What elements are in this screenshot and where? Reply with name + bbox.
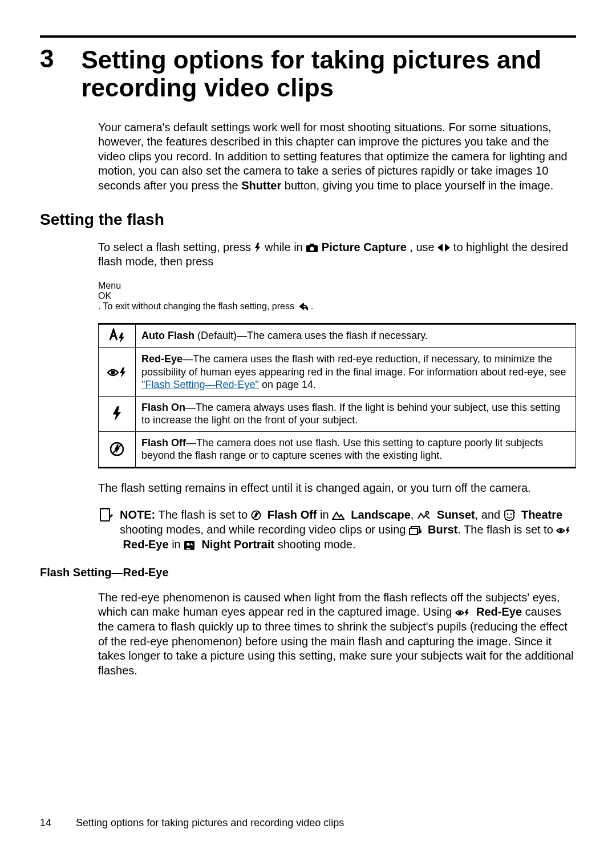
back-arrow-icon	[297, 301, 308, 312]
top-rule	[40, 35, 576, 38]
sunset-icon	[417, 511, 431, 520]
burst-icon	[409, 525, 422, 536]
red-eye-icon	[455, 608, 470, 617]
svg-point-9	[510, 514, 512, 515]
theatre-icon	[504, 510, 515, 521]
flash-on-desc: Flash On—The camera always uses flash. I…	[136, 396, 576, 431]
auto-flash-icon	[108, 328, 126, 344]
svg-point-0	[310, 246, 314, 250]
flash-off-icon	[251, 510, 261, 520]
page-number: 14	[40, 817, 51, 828]
red-eye-desc: Red-Eye—The camera uses the flash with r…	[136, 348, 576, 397]
note-icon	[98, 507, 113, 522]
svg-point-14	[458, 612, 461, 615]
page-footer: 14 Setting options for taking pictures a…	[40, 817, 344, 829]
section-heading-flash: Setting the flash	[40, 211, 576, 229]
flash-off-desc: Flash Off—The camera does not use flash.…	[136, 431, 576, 467]
after-table-note: The flash setting remains in effect unti…	[98, 481, 576, 496]
flash-off-icon	[110, 442, 124, 456]
svg-point-13	[187, 543, 190, 545]
redeye-paragraph: The red-eye phenomenon is caused when li…	[98, 591, 576, 678]
table-row: Red-Eye—The camera uses the flash with r…	[99, 348, 576, 397]
left-right-arrows-icon	[437, 243, 450, 252]
svg-rect-4	[100, 508, 110, 521]
svg-point-8	[506, 514, 508, 515]
flash-on-icon	[111, 406, 123, 421]
flash-settings-table: Auto Flash (Default)—The camera uses the…	[98, 323, 576, 468]
chapter-title: Setting options for taking pictures and …	[81, 46, 576, 102]
landscape-icon	[332, 511, 345, 520]
table-row: Flash On—The camera always uses flash. I…	[99, 396, 576, 431]
chapter-heading: 3 Setting options for taking pictures an…	[40, 46, 576, 102]
red-eye-link[interactable]: "Flash Setting—Red-Eye"	[141, 379, 259, 390]
svg-point-7	[426, 512, 429, 515]
red-eye-icon	[556, 526, 571, 535]
chapter-number: 3	[40, 46, 54, 72]
red-eye-icon	[107, 366, 127, 379]
camera-icon	[306, 243, 318, 253]
table-row: Auto Flash (Default)—The camera uses the…	[99, 324, 576, 348]
flash-instructions: To select a flash setting, press while i…	[98, 240, 576, 269]
flash-icon	[254, 242, 261, 253]
svg-point-11	[560, 529, 562, 532]
auto-flash-desc: Auto Flash (Default)—The camera uses the…	[136, 324, 576, 348]
intro-paragraph: Your camera's default settings work well…	[98, 120, 576, 193]
night-portrait-icon	[184, 540, 195, 551]
svg-rect-10	[410, 528, 418, 535]
subsection-heading-redeye: Flash Setting—Red-Eye	[40, 566, 576, 579]
footer-title: Setting options for taking pictures and …	[76, 817, 344, 828]
svg-point-1	[111, 370, 115, 374]
table-row: Flash Off—The camera does not use flash.…	[99, 431, 576, 467]
note-block: NOTE: The flash is set to Flash Off in L…	[98, 507, 576, 552]
